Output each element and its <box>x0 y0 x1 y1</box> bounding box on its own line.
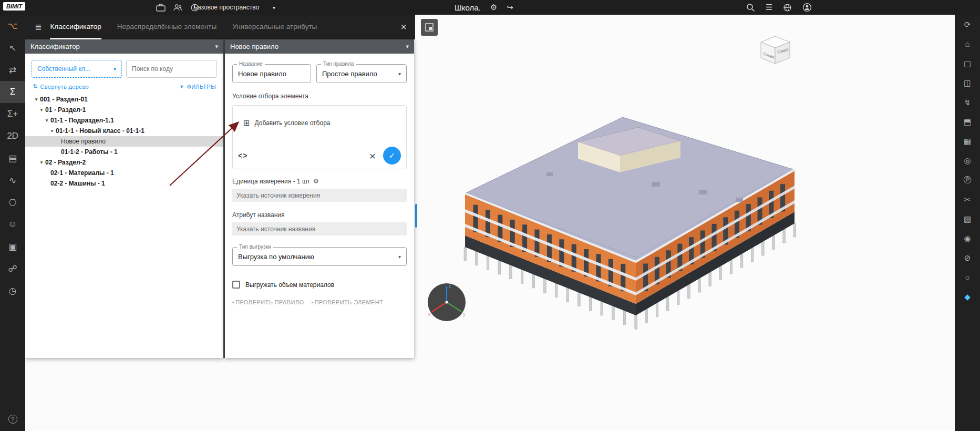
menu-list-icon[interactable]: ☰ <box>766 3 772 12</box>
export-type-label: Тип выгрузки <box>237 244 273 250</box>
visibility-icon[interactable]: ◉ <box>955 229 980 248</box>
tree-node-label: 01-1-1 - Новый класс - 01-1-1 <box>56 127 145 135</box>
close-panel-icon[interactable]: × <box>400 15 407 39</box>
rule-panel-header[interactable]: Новое правило ▾ <box>225 39 414 54</box>
axis-y-label: y <box>463 312 466 317</box>
view-2d-icon[interactable]: 2D <box>0 125 25 147</box>
team-users-icon[interactable] <box>173 3 183 12</box>
viewport-3d[interactable]: Слева Сзади x y z ≣ Классификатор Нерасп… <box>25 15 955 431</box>
hierarchy-icon[interactable]: ▤ <box>0 147 25 169</box>
check-element-label: ПРОВЕРИТЬ ЭЛЕМЕНТ <box>315 299 384 305</box>
grid-icon[interactable]: ▦ <box>955 131 980 151</box>
cancel-button[interactable]: × <box>369 150 376 161</box>
rule-name-label: Название <box>237 61 265 67</box>
section-cut-icon[interactable]: ✂ <box>955 190 980 209</box>
orbit-view-icon[interactable]: ⟳ <box>955 15 980 34</box>
help-icon[interactable]: ? <box>8 415 17 424</box>
add-condition-button[interactable]: ⊞ Добавить условие отбора <box>243 118 401 128</box>
unit-settings-icon[interactable]: ⚙ <box>313 178 319 185</box>
collections-icon[interactable]: ▣ <box>0 235 25 258</box>
clash-detection-icon[interactable]: ↯ <box>955 93 980 112</box>
model-cube-icon[interactable]: ◆ <box>955 287 980 306</box>
tree-node[interactable]: ▾02 - Раздел-2 <box>25 157 223 168</box>
share-icon[interactable]: ↪ <box>507 3 513 12</box>
projects-briefcase-icon[interactable] <box>156 3 166 12</box>
hide-element-icon[interactable]: ⊘ <box>955 248 980 268</box>
check-rule-button[interactable]: • ПРОВЕРИТЬ ПРАВИЛО <box>232 299 304 305</box>
select-tool-icon[interactable]: ↖ <box>0 37 25 59</box>
classifier-panel-header[interactable]: Классификатор ▾ <box>25 39 223 54</box>
materials-volume-checkbox[interactable] <box>232 281 240 289</box>
rule-panel-title: Новое правило <box>230 43 278 50</box>
panel-tabbar: ≣ Классификатор Нераспределённые элемент… <box>25 15 415 39</box>
home-view-icon[interactable]: ⌂ <box>955 34 980 54</box>
tab-label: Классификатор <box>50 23 101 30</box>
confirm-button[interactable]: ✓ <box>383 147 401 165</box>
collapse-tree-button[interactable]: ⇅ Свернуть дерево <box>33 83 89 90</box>
tab-label: Универсальные атрибуты <box>232 23 317 30</box>
focus-element-icon[interactable]: ◎ <box>955 151 980 170</box>
check-rule-label: ПРОВЕРИТЬ ПРАВИЛО <box>235 299 304 305</box>
export-type-select[interactable]: Тип выгрузки Выгрузка по умолчанию ▾ <box>232 247 407 266</box>
caret-down-icon[interactable]: ▾ <box>38 107 45 112</box>
tree-node[interactable]: ▾01-1-1 - Новый класс - 01-1-1 <box>25 126 223 136</box>
navigation-gizmo[interactable]: x y z <box>425 280 469 324</box>
screenshot-icon[interactable]: ▢ <box>955 54 980 73</box>
settings-gear-icon[interactable]: ⚙ <box>490 3 497 12</box>
tree-node[interactable]: ▾001 - Раздел-01 <box>25 94 223 105</box>
tree-node[interactable]: ▾01-1 - Подраздел-1.1 <box>25 115 223 126</box>
caret-down-icon[interactable]: ▾ <box>43 118 50 123</box>
filters-button[interactable]: ▼ ФИЛЬТРЫ <box>179 84 216 90</box>
panel-collapse-icon[interactable]: ≣ <box>25 15 50 39</box>
workspace-selector[interactable]: Базовое пространство ▾ <box>193 0 275 15</box>
check-element-button[interactable]: • ПРОВЕРИТЬ ЭЛЕМЕНТ <box>311 299 383 305</box>
caret-down-icon[interactable]: ▾ <box>33 97 40 102</box>
axis-z-label: z <box>449 283 451 289</box>
unit-source-field[interactable]: Указать источник измерения <box>232 189 407 202</box>
dashboard-icon[interactable]: ◷ <box>0 280 25 302</box>
tree-node[interactable]: 02-1 - Материалы - 1 <box>25 168 223 178</box>
tree-node[interactable]: Новое правило <box>25 136 223 147</box>
rule-name-field[interactable]: Название Новое правило <box>232 64 311 83</box>
relations-icon[interactable]: ⇄ <box>0 59 25 81</box>
name-source-field[interactable]: Указать источник названия <box>232 222 407 235</box>
account-avatar-icon[interactable] <box>802 3 812 12</box>
code-search-input[interactable] <box>127 65 216 73</box>
section-box-icon[interactable]: ⬒ <box>955 112 980 131</box>
viewport-layout-icon[interactable]: ◫ <box>955 73 980 93</box>
sum-add-icon[interactable]: Σ+ <box>0 103 25 125</box>
classifier-select[interactable]: Собственный кл... ▾ <box>32 60 122 78</box>
tree-node[interactable]: 02-2 - Машины - 1 <box>25 178 223 189</box>
hide-region-icon[interactable]: ▧ <box>955 209 980 229</box>
tab-universal-attributes[interactable]: Универсальные атрибуты <box>232 15 317 39</box>
sum-rules-icon[interactable]: Σ <box>0 81 25 103</box>
tab-classifier[interactable]: Классификатор <box>50 15 101 39</box>
code-view-button[interactable]: <> <box>238 151 247 160</box>
isolate-icon[interactable]: ○ <box>955 268 980 287</box>
search-icon[interactable] <box>746 3 755 12</box>
app-logo[interactable]: BIMIT <box>3 2 25 11</box>
rule-type-select[interactable]: Тип правила Простое правило ▾ <box>316 64 407 83</box>
rule-panel-scrollbar[interactable] <box>415 204 417 228</box>
user-location-icon[interactable]: ☍ <box>0 258 25 280</box>
language-globe-icon[interactable] <box>783 3 792 12</box>
plan-mode-icon[interactable]: Ⓟ <box>955 170 980 190</box>
classifier-structure-icon[interactable]: ⌥ <box>0 15 25 37</box>
tree-node-label: 01-1 - Подраздел-1.1 <box>50 117 114 124</box>
chart-icon[interactable]: ∿ <box>0 169 25 191</box>
focus-frame-icon[interactable] <box>421 19 438 36</box>
code-search-field[interactable] <box>126 60 217 78</box>
collapse-caret-icon[interactable]: ▾ <box>215 43 218 50</box>
tree-node[interactable]: ▾01 - Раздел-1 <box>25 105 223 115</box>
tree-node[interactable]: 01-1-2 - Работы - 1 <box>25 147 223 157</box>
user-roles-icon[interactable]: ☺ <box>0 213 25 235</box>
topbar: BIMIT Базовое пространство ▾ Школа. ⚙ ↪ … <box>0 0 980 15</box>
caret-down-icon[interactable]: ▾ <box>48 128 56 134</box>
tab-unallocated-elements[interactable]: Нераспределённые элементы <box>117 15 216 39</box>
tree-node-label: 02-1 - Материалы - 1 <box>50 169 114 177</box>
plugins-icon[interactable]: ⎔ <box>0 191 25 213</box>
tree-node-label: 02 - Раздел-2 <box>45 159 86 166</box>
caret-down-icon[interactable]: ▾ <box>38 160 45 165</box>
view-cube[interactable]: Слева Сзади <box>755 34 795 66</box>
collapse-caret-icon[interactable]: ▾ <box>406 43 409 50</box>
